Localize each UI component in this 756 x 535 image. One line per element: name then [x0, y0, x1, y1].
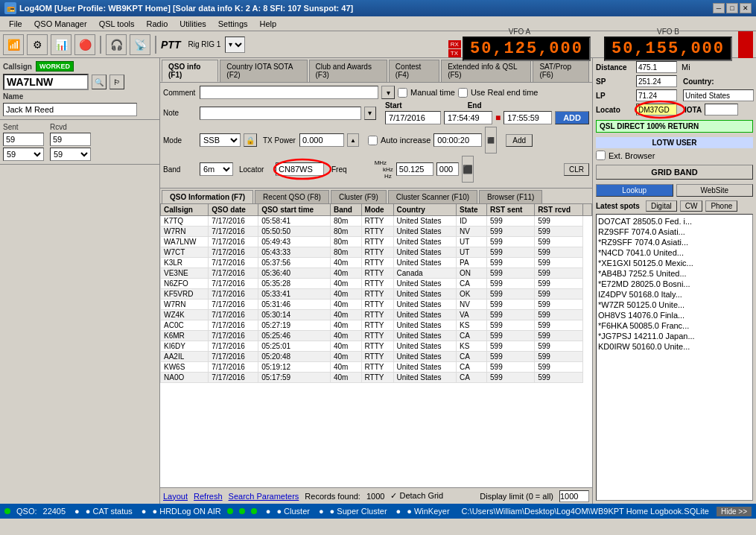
name-input[interactable] [3, 103, 137, 116]
toolbar-settings-icon[interactable]: ⚙ [27, 34, 48, 55]
rcvd-input[interactable] [50, 133, 91, 146]
band-select[interactable]: 6m [200, 162, 233, 176]
tab-country-iota[interactable]: Country IOTA SOTA (F2) [220, 60, 307, 82]
table-row[interactable]: W7RN7/17/201605:50:5080mRTTYUnited State… [161, 227, 592, 237]
spot-line[interactable]: *AB4BJ 7252.5 United... [598, 268, 751, 279]
detach-grid-checkbox[interactable]: ✓ Detach Grid [390, 491, 443, 501]
lower-tab-qso-info[interactable]: QSO Information (F7) [162, 190, 253, 203]
sent-input[interactable] [3, 133, 44, 146]
table-row[interactable]: WA7LNW7/17/201605:49:4380mRTTYUnited Sta… [161, 237, 592, 247]
end-time-input[interactable] [504, 111, 552, 124]
txpower-up[interactable]: ▲ [347, 133, 359, 147]
spot-line[interactable]: *E72MD 28025.0 Bosni... [598, 279, 751, 289]
toolbar-stop-icon[interactable]: 🔴 [74, 34, 95, 55]
rx-button[interactable]: RX [448, 40, 461, 48]
distance-input[interactable] [636, 61, 677, 73]
spot-line[interactable]: OH8VS 14076.0 Finla... [598, 310, 751, 320]
minimize-button[interactable]: ─ [713, 3, 725, 13]
col-header-qso-start-time[interactable]: QSO start time [258, 204, 331, 216]
callsign-input[interactable] [3, 74, 89, 90]
callsign-flag-button[interactable]: 🏳 [109, 75, 124, 89]
note-dropdown-button[interactable]: ▾ [364, 107, 376, 120]
add-button[interactable]: ADD [555, 111, 589, 124]
menu-settings[interactable]: Settings [212, 18, 254, 30]
ext-browser-check[interactable] [596, 151, 606, 160]
table-row[interactable]: AC0C7/17/201605:27:1940mRTTYUnited State… [161, 320, 592, 331]
sp-input[interactable] [636, 75, 677, 87]
spot-line[interactable]: *W7ZR 50125.0 Unite... [598, 300, 751, 310]
table-row[interactable]: K6MR7/17/201605:25:4640mRTTYUnited State… [161, 331, 592, 341]
cw-button[interactable]: CW [680, 200, 703, 212]
duration-input[interactable] [433, 133, 482, 147]
spot-line[interactable]: *XE1GXI 50125.0 Mexic... [598, 258, 751, 268]
table-row[interactable]: AA2IL7/17/201605:20:4840mRTTYUnited Stat… [161, 352, 592, 362]
menu-utilities[interactable]: Utilities [174, 18, 212, 30]
locator-r-input[interactable] [636, 104, 677, 115]
lookup-button[interactable]: Lookup [596, 184, 673, 197]
comment-input[interactable] [200, 86, 378, 99]
website-button[interactable]: WebSite [676, 184, 754, 197]
tab-club-awards[interactable]: Club and Awards (F3) [309, 60, 387, 82]
txpower-input[interactable] [299, 133, 344, 147]
menu-radio[interactable]: Radio [141, 18, 174, 30]
grid-scroll[interactable]: Callsign QSO date QSO start time Band Mo… [160, 203, 592, 487]
spot-line[interactable]: IZ4DPV 50168.0 Italy... [598, 289, 751, 300]
add2-button[interactable]: Add [506, 134, 533, 147]
phone-button[interactable]: Phone [705, 200, 737, 212]
table-row[interactable]: KW6S7/17/201605:19:1240mRTTYUnited State… [161, 362, 592, 373]
tab-ext-info[interactable]: Extended info & QSL (F5) [441, 60, 531, 82]
table-row[interactable]: K3LR7/17/201605:37:5640mRTTYUnited State… [161, 258, 592, 268]
spot-line[interactable]: *JG7PSJ 14211.0 Japan... [598, 331, 751, 341]
tx-button[interactable]: TX [448, 49, 461, 57]
toolbar-headset-icon[interactable]: 🎧 [106, 34, 127, 55]
col-header-callsign[interactable]: Callsign [161, 204, 209, 216]
manual-time-check[interactable] [398, 88, 407, 98]
lp-input[interactable] [636, 89, 677, 101]
callsign-search-button[interactable]: 🔍 [92, 75, 107, 89]
clr-button[interactable]: CLR [564, 163, 589, 176]
toolbar-wifi-icon[interactable]: 📶 [3, 34, 24, 55]
menu-file[interactable]: File [3, 18, 28, 30]
tab-sat-prop[interactable]: SAT/Prop (F6) [533, 60, 589, 82]
country-input[interactable] [683, 89, 754, 101]
spot-line[interactable]: *F6HKA 50085.0 Franc... [598, 320, 751, 331]
iota-input[interactable] [705, 104, 738, 115]
restore-button[interactable]: □ [726, 3, 738, 13]
table-row[interactable]: K7TQ7/17/201605:58:4180mRTTYUnited State… [161, 216, 592, 227]
refresh-link[interactable]: Refresh [194, 492, 223, 501]
search-params-link[interactable]: Search Parameters [229, 492, 299, 501]
ptt-button[interactable]: PTT [161, 39, 180, 51]
real-time-check[interactable] [458, 88, 468, 98]
freq-input[interactable] [396, 162, 433, 176]
table-row[interactable]: WZ4K7/17/201605:30:1440mRTTYUnited State… [161, 310, 592, 320]
mode-select[interactable]: SSB [200, 133, 241, 147]
col-header-mode[interactable]: Mode [361, 204, 393, 216]
rig-select[interactable]: ▾ [225, 37, 245, 53]
duration-spinner[interactable]: ⬛ [485, 127, 497, 153]
toolbar-antenna-icon[interactable]: 📡 [130, 34, 150, 55]
locator-input[interactable] [276, 162, 324, 176]
table-row[interactable]: VE3NE7/17/201605:36:4040mRTTYCanadaON599… [161, 268, 592, 279]
spot-line[interactable]: DO7CAT 28505.0 Fed. i... [598, 216, 751, 227]
mode-lock-button[interactable]: 🔒 [244, 133, 257, 147]
rcvd-select[interactable]: 59 [50, 148, 91, 161]
spot-line[interactable]: KD0IRW 50160.0 Unite... [598, 341, 751, 352]
display-limit-input[interactable] [559, 490, 589, 502]
table-row[interactable]: N6ZFO7/17/201605:35:2840mRTTYUnited Stat… [161, 279, 592, 289]
table-row[interactable]: NA0O7/17/201605:17:5940mRTTYUnited State… [161, 373, 592, 383]
date-input[interactable] [385, 111, 441, 124]
freq-000-input[interactable] [436, 162, 459, 176]
lower-tab-cluster[interactable]: Cluster (F9) [331, 190, 387, 203]
menu-help[interactable]: Help [254, 18, 283, 30]
close-button[interactable]: ✕ [740, 3, 752, 13]
start-time-input[interactable] [444, 111, 492, 124]
digital-button[interactable]: Digital [646, 200, 677, 212]
spot-line[interactable]: RZ9SFF 7074.0 Asiati... [598, 227, 751, 237]
layout-link[interactable]: Layout [163, 492, 188, 501]
toolbar-signal-icon[interactable]: 📊 [51, 34, 72, 55]
col-header-rst-rcvd[interactable]: RST rcvd [535, 204, 583, 216]
hide-button[interactable]: Hide >> [717, 507, 752, 516]
col-header-state[interactable]: State [457, 204, 487, 216]
lower-tab-recent-qso[interactable]: Recent QSO (F8) [255, 190, 329, 203]
menu-qsl-tools[interactable]: QSL tools [93, 18, 141, 30]
